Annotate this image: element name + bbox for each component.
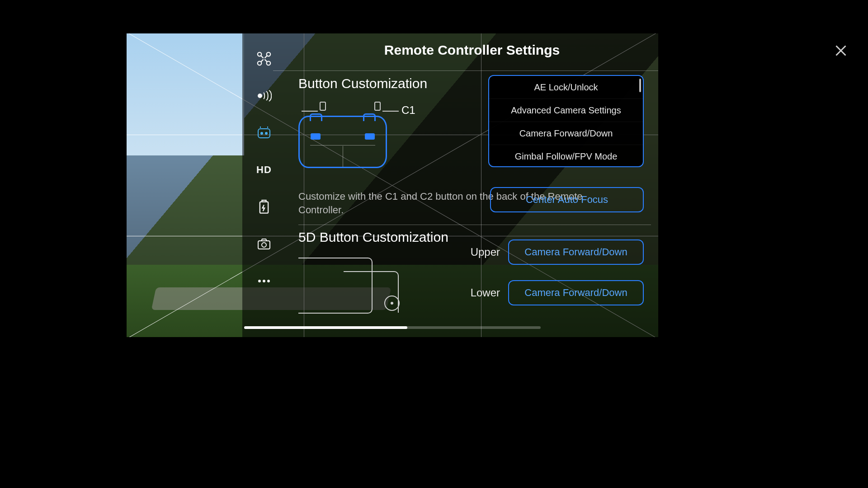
- svg-point-4: [258, 94, 262, 98]
- 5d-rows: Upper Camera Forward/Down Lower Camera F…: [465, 230, 644, 305]
- 5d-lower-label: Lower: [465, 286, 500, 299]
- remote-controller-icon[interactable]: [256, 125, 272, 141]
- more-icon[interactable]: [256, 273, 272, 289]
- close-icon: [833, 42, 849, 59]
- section-divider: [298, 225, 651, 225]
- dropdown-scrollbar[interactable]: [639, 79, 641, 92]
- settings-title: Remote Controller Settings: [384, 42, 560, 58]
- app-panel: HD Remote Controller Settings Button Cus…: [127, 33, 658, 337]
- svg-rect-9: [258, 241, 270, 249]
- svg-point-13: [267, 280, 270, 282]
- c2-function-select[interactable]: Center Auto Focus: [490, 187, 644, 212]
- svg-point-7: [265, 132, 267, 134]
- svg-point-6: [261, 132, 263, 134]
- hd-transmission-icon[interactable]: HD: [256, 162, 272, 178]
- svg-point-12: [263, 280, 265, 282]
- pager-thumb[interactable]: [244, 326, 407, 329]
- sensors-icon[interactable]: [256, 88, 272, 104]
- app-stage: HD Remote Controller Settings Button Cus…: [0, 0, 868, 488]
- 5d-upper-row: Upper Camera Forward/Down: [465, 239, 644, 265]
- camera-icon[interactable]: [256, 236, 272, 252]
- hd-label: HD: [256, 164, 272, 176]
- settings-category-rail: HD: [242, 33, 286, 337]
- settings-header: Remote Controller Settings: [286, 33, 658, 67]
- svg-rect-5: [258, 129, 270, 138]
- aircraft-icon[interactable]: [256, 51, 272, 67]
- content-pager[interactable]: [244, 326, 541, 329]
- dropdown-option[interactable]: AE Lock/Unlock: [489, 76, 643, 99]
- 5d-upper-label: Upper: [465, 246, 500, 258]
- close-button[interactable]: [828, 38, 854, 63]
- 5d-lower-select[interactable]: Camera Forward/Down: [508, 280, 644, 305]
- 5d-upper-select[interactable]: Camera Forward/Down: [508, 239, 644, 265]
- rc-diagram: C2 C1: [298, 104, 651, 176]
- battery-icon[interactable]: [256, 199, 272, 215]
- c1-label: C1: [380, 104, 415, 117]
- 5d-lower-row: Lower Camera Forward/Down: [465, 280, 644, 305]
- svg-point-11: [258, 280, 261, 282]
- svg-point-10: [262, 243, 266, 247]
- settings-content[interactable]: Button Customization AE Lock/Unlock Adva…: [298, 69, 658, 337]
